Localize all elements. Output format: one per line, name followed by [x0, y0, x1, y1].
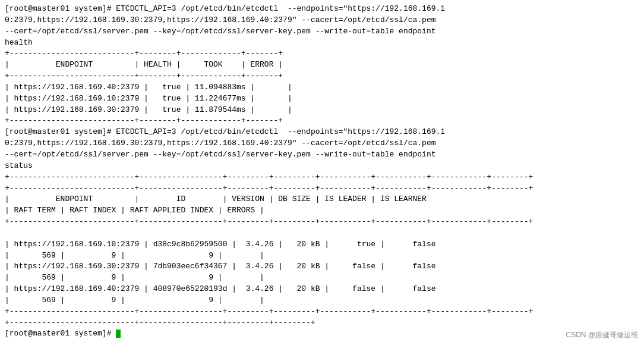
line-27: +---------------------------+-----------… — [5, 307, 533, 316]
line-10: | https://192.168.169.30:2379 | true | 1… — [5, 105, 292, 114]
line-20: +---------------------------+-----------… — [5, 217, 533, 226]
line-28: +---------------------------+-----------… — [5, 318, 315, 327]
watermark: CSDN @跟健哥做运维 — [566, 330, 638, 340]
line-14: --cert=/opt/etcd/ssl/server.pem --key=/o… — [5, 150, 436, 159]
line-25: | https://192.168.169.40:2379 | 408970e6… — [5, 284, 436, 293]
line-24: | 569 | 9 | 9 | | — [5, 273, 264, 282]
line-8: | https://192.168.169.40:2379 | true | 1… — [5, 83, 292, 92]
line-19: | RAFT TERM | RAFT INDEX | RAFT APPLIED … — [5, 206, 264, 215]
line-1: [root@master01 system]# ETCDCTL_API=3 /o… — [5, 4, 445, 13]
line-18: | ENDPOINT | ID | VERSION | DB SIZE | IS… — [5, 195, 427, 203]
cursor — [116, 330, 121, 338]
line-15: status — [5, 161, 33, 170]
terminal-content: [root@master01 system]# ETCDCTL_API=3 /o… — [5, 4, 639, 340]
line-17: +---------------------------+-----------… — [5, 184, 533, 193]
prompt-line: [root@master01 system]# — [5, 329, 121, 338]
line-9: | https://192.168.169.10:2379 | true | 1… — [5, 94, 292, 103]
line-26: | 569 | 9 | 9 | | — [5, 296, 264, 305]
terminal-window: [root@master01 system]# ETCDCTL_API=3 /o… — [0, 0, 644, 345]
line-2: 0:2379,https://192.168.169.30:2379,https… — [5, 15, 436, 24]
line-21: | https://192.168.169.10:2379 | d38c9c8b… — [5, 240, 436, 249]
line-12: [root@master01 system]# ETCDCTL_API=3 /o… — [5, 127, 445, 136]
line-13: 0:2379,https://192.168.169.30:2379,https… — [5, 139, 436, 148]
line-16: +---------------------------+-----------… — [5, 172, 533, 181]
line-22: | 569 | 9 | 9 | | — [5, 251, 264, 260]
line-23: | https://192.168.169.30:2379 | 7db903ee… — [5, 262, 436, 271]
line-6: | ENDPOINT | HEALTH | TOOK | ERROR | — [5, 60, 283, 69]
line-5: +---------------------------+--------+--… — [5, 49, 283, 58]
line-3: --cert=/opt/etcd/ssl/server.pem --key=/o… — [5, 27, 436, 36]
line-11: +---------------------------+--------+--… — [5, 116, 283, 125]
line-7: +---------------------------+--------+--… — [5, 71, 283, 80]
line-4: health — [5, 38, 33, 47]
